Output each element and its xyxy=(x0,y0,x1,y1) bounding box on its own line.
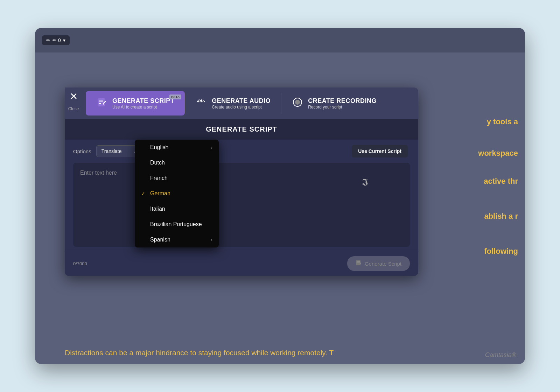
dialog-title: GENERATE SCRIPT xyxy=(65,119,418,140)
brazilian-portuguese-label: Brazilian Portuguese xyxy=(150,221,202,227)
language-dropdown-menu: English › Dutch French ✓ xyxy=(135,140,219,247)
dropdown-item-french[interactable]: French xyxy=(135,170,219,186)
generate-script-tab-text: GENERATE SCRIPT Use AI to create a scrip… xyxy=(112,97,174,110)
options-label: Options xyxy=(73,148,91,154)
options-row: Options Translate ▲▼ T English › xyxy=(65,140,418,163)
text-area-container: Enter text here 𝕴 xyxy=(65,163,418,251)
english-chevron: › xyxy=(211,145,212,150)
bg-text-tools: y tools a xyxy=(487,115,518,128)
beta-badge: BETA xyxy=(169,94,181,99)
generate-script-icon xyxy=(96,97,107,110)
pencil-button[interactable]: ✏ ✏ 0 ▾ xyxy=(42,35,70,45)
text-cursor-icon: 𝕴 xyxy=(362,177,368,188)
dropdown-item-dutch[interactable]: Dutch xyxy=(135,155,219,170)
german-check: ✓ xyxy=(141,191,147,196)
tab-generate-script[interactable]: GENERATE SCRIPT Use AI to create a scrip… xyxy=(86,91,185,115)
dropdown-item-german[interactable]: ✓ German xyxy=(135,186,219,201)
dropdown-item-italian[interactable]: Italian xyxy=(135,201,219,217)
top-toolbar: ✏ ✏ 0 ▾ xyxy=(35,28,525,52)
dialog-container: GENERATE SCRIPT Use AI to create a scrip… xyxy=(65,88,418,276)
main-area: workspace y tools a active thr ablish a … xyxy=(35,52,525,364)
pencil-count: ✏ 0 xyxy=(52,37,61,43)
generate-btn-icon xyxy=(356,260,362,267)
generate-script-subtitle: Use AI to create a script xyxy=(112,105,174,110)
generate-audio-title: GENERATE AUDIO xyxy=(212,97,271,105)
svg-point-11 xyxy=(295,100,300,105)
generate-script-title: GENERATE SCRIPT xyxy=(112,97,174,105)
close-button-area[interactable]: ✕ Close xyxy=(65,88,82,111)
spanish-chevron: › xyxy=(211,237,212,243)
svg-line-7 xyxy=(201,99,202,102)
generate-script-button[interactable]: Generate Script xyxy=(347,256,410,271)
char-count: 0/7000 xyxy=(73,261,87,266)
italian-label: Italian xyxy=(150,206,165,212)
english-label: English xyxy=(150,144,168,150)
pencil-dropdown-icon: ▾ xyxy=(63,37,65,43)
generate-audio-tab-text: GENERATE AUDIO Create audio using a scri… xyxy=(212,97,271,110)
generate-script-label: Generate Script xyxy=(365,261,401,267)
french-label: French xyxy=(150,175,168,181)
bg-text-2: ablish a r xyxy=(484,210,518,222)
spanish-label: Spanish xyxy=(150,237,170,243)
pencil-icon: ✏ xyxy=(46,37,50,43)
svg-line-9 xyxy=(204,101,205,102)
bottom-bar: 0/7000 Generate Script xyxy=(65,251,418,276)
dropdown-item-english[interactable]: English › xyxy=(135,140,219,155)
tabs-header: GENERATE SCRIPT Use AI to create a scrip… xyxy=(65,88,418,119)
text-placeholder-label: Enter text here xyxy=(80,170,117,176)
generate-audio-subtitle: Create audio using a script xyxy=(212,105,271,110)
svg-line-6 xyxy=(200,100,201,102)
tab-create-recording[interactable]: CREATE RECORDING Record your script xyxy=(281,88,387,119)
create-recording-icon xyxy=(292,97,303,110)
screen-wrapper: ✏ ✏ 0 ▾ workspace y tools a active thr a… xyxy=(35,28,525,364)
tab-generate-audio[interactable]: GENERATE AUDIO Create audio using a scri… xyxy=(185,88,281,119)
generate-audio-icon xyxy=(196,97,207,110)
bg-text-1: workspace xyxy=(478,147,518,159)
close-label: Close xyxy=(68,106,79,111)
dialog-body: GENERATE SCRIPT Options Translate ▲▼ T xyxy=(65,119,418,276)
camtasia-watermark: Camtasia® xyxy=(485,351,516,359)
dutch-label: Dutch xyxy=(150,160,165,166)
german-label: German xyxy=(150,190,170,197)
bg-text-3: following xyxy=(484,245,518,257)
close-x-icon[interactable]: ✕ xyxy=(65,88,82,105)
bg-text-active: active thr xyxy=(484,175,518,187)
svg-line-5 xyxy=(198,99,199,102)
svg-line-8 xyxy=(203,100,203,102)
create-recording-subtitle: Record your script xyxy=(308,105,377,110)
text-area[interactable]: Enter text here 𝕴 xyxy=(73,163,410,247)
svg-line-4 xyxy=(197,101,198,102)
bottom-yellow-text: Distractions can be a major hindrance to… xyxy=(65,349,518,357)
create-recording-tab-text: CREATE RECORDING Record your script xyxy=(308,97,377,110)
create-recording-title: CREATE RECORDING xyxy=(308,97,377,105)
use-current-script-button[interactable]: Use Current Script xyxy=(352,145,408,158)
dropdown-item-brazilian-portuguese[interactable]: Brazilian Portuguese xyxy=(135,217,219,232)
dropdown-item-spanish[interactable]: Spanish › xyxy=(135,232,219,247)
